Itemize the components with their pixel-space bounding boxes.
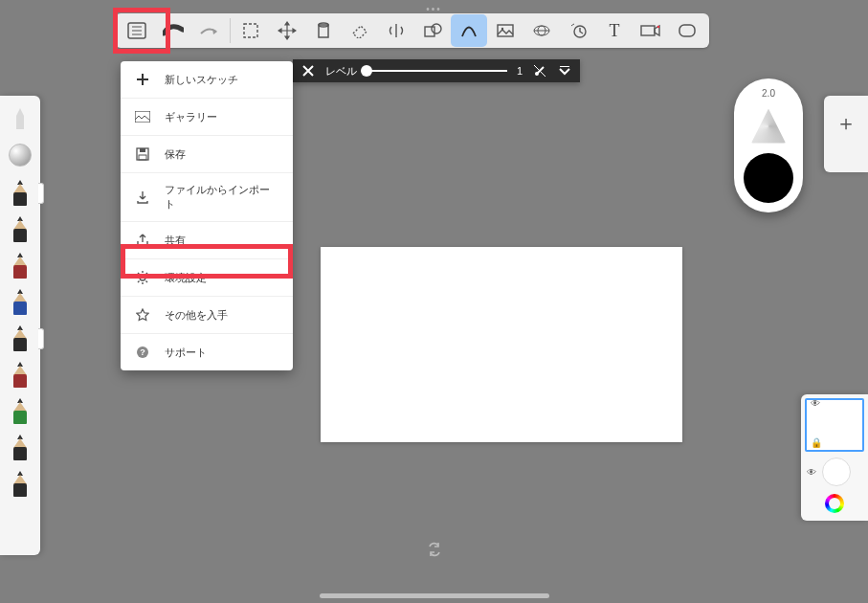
eye-icon[interactable]: 👁 <box>811 398 820 409</box>
redo-arrow-icon[interactable] <box>191 14 228 47</box>
level-value: 1 <box>517 65 523 77</box>
text-icon[interactable]: T <box>596 14 633 47</box>
background-swatch <box>822 458 851 486</box>
layer-thumbnail[interactable]: 👁 🔒 <box>805 398 864 452</box>
help-icon: ? <box>134 344 151 361</box>
gear-icon <box>134 269 151 286</box>
symmetry-icon[interactable] <box>378 14 414 47</box>
move-icon[interactable] <box>269 14 305 47</box>
brush-plain-icon <box>10 108 31 129</box>
menu-label: ギャラリー <box>165 110 217 124</box>
pencil-icon <box>13 395 27 424</box>
svg-point-24 <box>535 72 539 76</box>
lock-icon[interactable]: 🔒 <box>811 437 822 448</box>
menu-label: 共有 <box>165 234 186 248</box>
brush-puck[interactable]: 2.0 <box>734 78 803 212</box>
brush-round-icon <box>9 144 32 167</box>
svg-rect-14 <box>641 26 655 35</box>
current-color-swatch[interactable] <box>744 153 793 203</box>
pencil-icon <box>13 213 27 242</box>
background-layer[interactable]: 👁 <box>801 456 868 488</box>
svg-point-9 <box>501 28 503 30</box>
brush-preset[interactable] <box>2 391 38 428</box>
svg-rect-4 <box>244 24 257 37</box>
pencil-icon <box>13 359 27 388</box>
brush-preset[interactable] <box>2 464 38 501</box>
brush-preset[interactable] <box>2 173 38 210</box>
chevron-down-icon[interactable] <box>557 63 572 78</box>
save-icon <box>134 145 151 163</box>
svg-rect-19 <box>140 148 145 152</box>
svg-point-21 <box>140 275 145 280</box>
image-icon[interactable] <box>487 14 523 47</box>
plus-icon <box>134 71 151 88</box>
close-icon[interactable] <box>300 63 316 78</box>
drawing-canvas[interactable] <box>321 247 682 442</box>
main-menu-dropdown: 新しいスケッチ ギャラリー 保存 ファイルからインポート 共有 環境設定 その他… <box>121 61 293 370</box>
plus-icon[interactable]: ＋ <box>835 109 857 138</box>
timelapse-icon[interactable] <box>560 14 596 47</box>
eraser-icon[interactable] <box>342 14 378 47</box>
shape-icon[interactable] <box>414 14 451 47</box>
pressure-icon[interactable] <box>532 63 547 78</box>
brush-preset[interactable] <box>2 355 38 391</box>
share-icon <box>134 232 151 249</box>
brush-stroke-icon[interactable] <box>155 14 191 47</box>
add-panel: ＋ <box>824 96 868 172</box>
menu-icon[interactable] <box>119 14 155 47</box>
level-bar: レベル 1 <box>293 59 580 82</box>
home-indicator[interactable] <box>320 593 549 598</box>
menu-new-sketch[interactable]: 新しいスケッチ <box>121 61 293 99</box>
toolbar-separator <box>230 18 231 43</box>
pencil-icon <box>13 286 27 315</box>
gallery-icon <box>134 108 151 125</box>
menu-label: ファイルからインポート <box>165 183 279 212</box>
menu-share[interactable]: 共有 <box>121 222 293 259</box>
brush-preset[interactable] <box>2 246 38 282</box>
menu-support[interactable]: ? サポート <box>121 334 293 370</box>
svg-text:?: ? <box>140 347 145 357</box>
svg-rect-16 <box>679 25 695 36</box>
svg-point-15 <box>657 26 659 28</box>
fullscreen-icon[interactable] <box>669 14 705 47</box>
menu-get-more[interactable]: その他を入手 <box>121 297 293 334</box>
eye-icon[interactable]: 👁 <box>807 467 816 478</box>
refresh-icon[interactable] <box>427 542 442 557</box>
brush-preset[interactable] <box>2 210 38 246</box>
brush-preset[interactable] <box>2 282 38 319</box>
curve-icon[interactable] <box>451 14 487 47</box>
brush-preset[interactable] <box>2 319 38 355</box>
pencil-icon <box>13 177 27 206</box>
svg-rect-8 <box>498 25 513 36</box>
pencil-icon <box>13 250 27 279</box>
svg-rect-20 <box>139 155 146 160</box>
pencil-icon <box>13 323 27 351</box>
perspective-icon[interactable] <box>523 14 560 47</box>
camera-icon[interactable] <box>633 14 669 47</box>
level-slider[interactable] <box>367 70 507 72</box>
menu-label: その他を入手 <box>165 308 228 323</box>
brush-palette <box>0 96 40 555</box>
menu-label: 新しいスケッチ <box>165 73 238 87</box>
fill-icon[interactable] <box>305 14 342 47</box>
brush-preset[interactable] <box>2 137 38 173</box>
svg-point-7 <box>432 24 441 34</box>
brush-preset[interactable] <box>2 428 38 464</box>
star-icon <box>134 306 151 324</box>
slider-thumb[interactable] <box>361 65 372 77</box>
menu-preferences[interactable]: 環境設定 <box>121 259 293 297</box>
menu-label: サポート <box>165 346 207 360</box>
brush-tip-preview <box>751 109 786 144</box>
pencil-icon <box>13 432 27 460</box>
pencil-icon <box>13 468 27 497</box>
selection-icon[interactable] <box>233 14 269 47</box>
menu-import[interactable]: ファイルからインポート <box>121 173 293 222</box>
level-label: レベル <box>325 64 357 78</box>
menu-label: 環境設定 <box>165 271 207 285</box>
color-wheel-icon[interactable] <box>825 494 844 513</box>
menu-gallery[interactable]: ギャラリー <box>121 99 293 136</box>
brush-preset[interactable] <box>2 100 38 137</box>
brush-size-label: 2.0 <box>762 88 775 99</box>
main-toolbar: T <box>115 13 709 48</box>
menu-save[interactable]: 保存 <box>121 136 293 173</box>
